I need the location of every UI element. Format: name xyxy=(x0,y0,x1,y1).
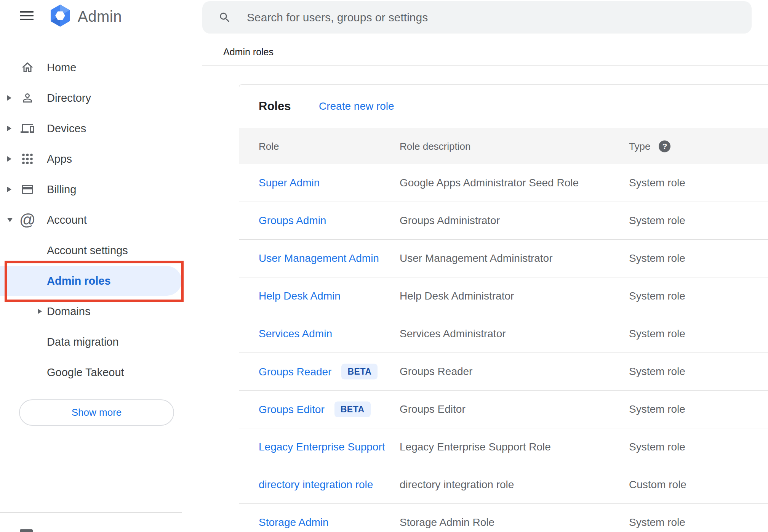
roles-card-header: Roles Create new role xyxy=(239,85,768,128)
role-description: Groups Reader xyxy=(400,365,472,378)
sidebar-item-account[interactable]: @Account xyxy=(0,205,202,235)
sidebar-item-devices[interactable]: Devices xyxy=(0,113,202,144)
role-description: User Management Administrator xyxy=(400,252,553,264)
table-header-row: Role Role description Type ? xyxy=(239,128,768,164)
sidebar-item-admin-roles[interactable]: Admin roles xyxy=(0,266,202,296)
role-cell: directory integration role xyxy=(259,479,373,491)
help-icon[interactable]: ? xyxy=(659,140,670,152)
sidebar-item-billing[interactable]: Billing xyxy=(0,174,202,205)
hamburger-menu-icon[interactable] xyxy=(20,11,34,20)
sidebar-item-label: Directory xyxy=(47,92,91,104)
role-link[interactable]: Groups Reader xyxy=(259,365,331,378)
role-type: Custom role xyxy=(629,479,686,491)
column-header-type: Type ? xyxy=(629,140,670,152)
content-divider xyxy=(202,65,768,66)
admin-logo[interactable]: Admin xyxy=(48,3,122,29)
sidebar-item-google-takeout[interactable]: Google Takeout xyxy=(0,357,202,388)
home-icon xyxy=(21,61,34,74)
role-type: System role xyxy=(629,252,685,264)
table-row: Groups AdminGroups AdministratorSystem r… xyxy=(239,202,768,240)
role-cell: Groups ReaderBETA xyxy=(259,364,378,380)
role-cell: Legacy Enterprise Support xyxy=(259,441,385,453)
table-row: Super AdminGoogle Apps Administrator See… xyxy=(239,164,768,202)
role-type: System role xyxy=(629,365,685,378)
role-description: Help Desk Administrator xyxy=(400,290,514,302)
roles-card: Roles Create new role Role Role descript… xyxy=(239,84,768,532)
table-row: Storage AdminStorage Admin RoleSystem ro… xyxy=(239,504,768,532)
search-input[interactable] xyxy=(202,1,752,34)
role-link[interactable]: Groups Editor xyxy=(259,403,325,415)
table-row: Legacy Enterprise SupportLegacy Enterpri… xyxy=(239,428,768,466)
role-link[interactable]: directory integration role xyxy=(259,479,373,491)
table-row: User Management AdminUser Management Adm… xyxy=(239,240,768,277)
beta-badge: BETA xyxy=(334,402,371,417)
role-type: System role xyxy=(629,215,685,227)
column-header-role-description: Role description xyxy=(400,140,470,152)
chevron-right-icon[interactable] xyxy=(7,124,12,133)
role-type: System role xyxy=(629,441,685,453)
table-row: Services AdminServices AdministratorSyst… xyxy=(239,315,768,353)
column-header-role: Role xyxy=(259,140,279,152)
sidebar-item-label: Devices xyxy=(47,122,86,135)
sidebar-item-account-settings[interactable]: Account settings xyxy=(0,235,202,266)
sidebar-item-domains[interactable]: Domains xyxy=(0,296,202,327)
sidebar-item-label: Admin roles xyxy=(47,275,111,287)
sidebar-item-label: Account settings xyxy=(47,244,128,257)
role-description: Groups Administrator xyxy=(400,215,500,227)
role-link[interactable]: User Management Admin xyxy=(259,252,379,264)
person-icon xyxy=(21,91,34,105)
sidebar-item-apps[interactable]: Apps xyxy=(0,144,202,174)
table-row: Help Desk AdminHelp Desk AdministratorSy… xyxy=(239,277,768,315)
sidebar-item-label: Google Takeout xyxy=(47,366,124,379)
sidebar-item-directory[interactable]: Directory xyxy=(0,83,202,113)
sidebar-bottom-divider xyxy=(0,512,182,513)
role-type: System role xyxy=(629,290,685,302)
admin-logo-text: Admin xyxy=(78,8,122,25)
role-link[interactable]: Services Admin xyxy=(259,328,332,340)
admin-logo-hexagon-icon xyxy=(48,4,72,29)
create-new-role-link[interactable]: Create new role xyxy=(319,100,394,112)
show-more-button[interactable]: Show more xyxy=(19,399,174,426)
chevron-right-icon[interactable] xyxy=(7,185,12,194)
expander-spacer xyxy=(7,63,12,72)
role-link[interactable]: Groups Admin xyxy=(259,215,326,227)
chevron-right-icon[interactable] xyxy=(7,94,12,102)
role-description: Services Administrator xyxy=(400,328,506,340)
beta-badge: BETA xyxy=(341,364,378,380)
role-link[interactable]: Help Desk Admin xyxy=(259,290,341,302)
sidebar: Admin HomeDirectoryDevicesAppsBilling@Ac… xyxy=(0,0,202,532)
billing-icon xyxy=(21,183,34,196)
role-link[interactable]: Super Admin xyxy=(259,177,320,189)
role-description: Google Apps Administrator Seed Role xyxy=(400,177,579,189)
at-icon: @ xyxy=(21,213,34,227)
role-type: System role xyxy=(629,516,685,529)
role-cell: Groups Admin xyxy=(259,215,326,227)
chevron-right-icon[interactable] xyxy=(7,155,12,163)
role-link[interactable]: Legacy Enterprise Support xyxy=(259,441,385,453)
sidebar-item-home[interactable]: Home xyxy=(0,52,202,83)
role-description: Groups Editor xyxy=(400,403,466,415)
card-title: Roles xyxy=(259,99,291,113)
search-bar[interactable] xyxy=(202,1,752,34)
role-link[interactable]: Storage Admin xyxy=(259,516,329,529)
devices-icon xyxy=(21,122,34,135)
chevron-down-icon[interactable] xyxy=(7,216,12,224)
sidebar-item-data-migration[interactable]: Data migration xyxy=(0,327,202,357)
role-type: System role xyxy=(629,177,685,189)
sidebar-item-label: Home xyxy=(47,61,76,74)
apps-icon xyxy=(21,152,34,166)
role-cell: Help Desk Admin xyxy=(259,290,341,302)
role-cell: Services Admin xyxy=(259,328,332,340)
chevron-right-icon[interactable] xyxy=(38,309,42,314)
partial-bottom-icon xyxy=(20,529,33,532)
table-row: Groups ReaderBETAGroups ReaderSystem rol… xyxy=(239,353,768,391)
roles-table-body: Super AdminGoogle Apps Administrator See… xyxy=(239,164,768,532)
sidebar-item-label: Billing xyxy=(47,183,76,196)
role-type: System role xyxy=(629,403,685,415)
role-cell: Super Admin xyxy=(259,177,320,189)
sidebar-item-label: Data migration xyxy=(47,336,119,348)
role-cell: User Management Admin xyxy=(259,252,379,264)
breadcrumb: Admin roles xyxy=(223,46,274,58)
table-row: directory integration roledirectory inte… xyxy=(239,466,768,504)
sidebar-item-label: Account xyxy=(47,214,87,226)
